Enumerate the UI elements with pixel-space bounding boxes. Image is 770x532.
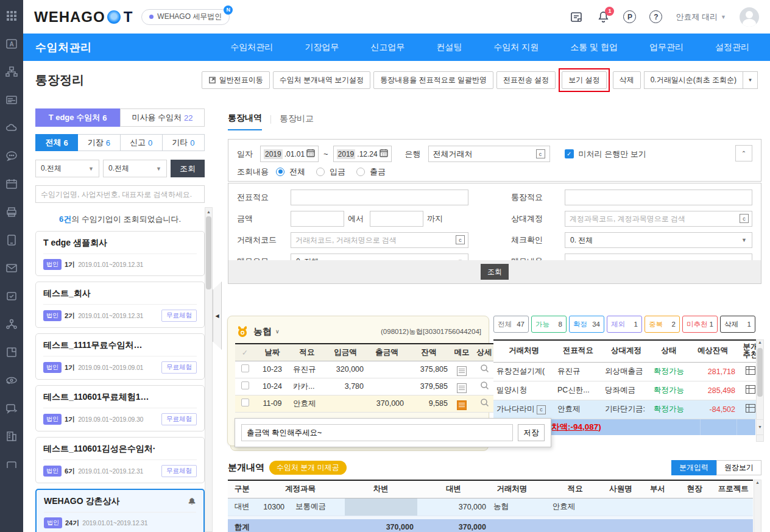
filter-bookkeeping[interactable]: 기장6 — [78, 134, 120, 151]
status-badge-duplicate[interactable]: 중복2 — [645, 316, 680, 333]
card-reader-icon[interactable] — [5, 94, 18, 106]
move-to-slip-button[interactable]: 일반전표이동 — [202, 71, 270, 89]
org-chart-icon[interactable] — [5, 66, 18, 78]
check-confirm-select[interactable]: 0. 전체▼ — [565, 232, 752, 248]
company-card[interactable]: 테스트_1111무료수임처… 법인1기2019.09.01~2019.09.01… — [35, 333, 205, 380]
calendar-icon[interactable] — [5, 178, 18, 190]
memo-save-button[interactable]: 저장 — [518, 424, 545, 441]
row-checkbox[interactable] — [241, 364, 249, 372]
vendor-code-input[interactable] — [291, 232, 468, 248]
journal-suggest-icon[interactable] — [746, 366, 755, 375]
company-card-selected[interactable]: WEHAGO 강촌상사🔔︎ 법인24기2019.01.01~2019.12.31 — [35, 489, 205, 532]
date-from-input[interactable]: 2019.01.01 — [260, 146, 319, 162]
scroll-down-icon[interactable]: ▼ — [756, 419, 764, 435]
code-search-icon[interactable]: c — [537, 405, 546, 414]
book-summary-input[interactable] — [565, 190, 752, 205]
tab-bank-details[interactable]: 통장내역 — [228, 113, 262, 130]
status-badge-confirmed[interactable]: 확정34 — [569, 316, 604, 333]
counter-account-input[interactable] — [565, 211, 752, 227]
detail-search-icon[interactable] — [480, 400, 489, 409]
nav-item-bookkeeping[interactable]: 기장업무 — [305, 42, 339, 53]
status-badge-deleted[interactable]: 삭제1 — [720, 316, 755, 333]
status-badge-possible[interactable]: 가능8 — [531, 316, 567, 333]
bank-row[interactable]: 10-24 카카... 3,780 379,585 — [235, 378, 504, 395]
client-lookup-button[interactable]: 조회 — [171, 160, 205, 177]
delete-button[interactable]: 삭제 — [613, 71, 641, 89]
row-checkbox[interactable] — [241, 399, 249, 406]
company-card[interactable]: T edge 샘플회사 법인1기2019.01.01~2019.12.31 — [35, 231, 205, 276]
chat-share-icon[interactable] — [5, 402, 18, 414]
org-badge[interactable]: WEHAGO 세무법인 N — [141, 9, 230, 25]
note-icon[interactable] — [570, 10, 583, 24]
status-badge-all[interactable]: 전체47 — [493, 316, 529, 333]
amount-to-input[interactable] — [370, 211, 423, 227]
tab-tedge-clients[interactable]: T edge 수임처6 — [35, 108, 120, 127]
sidebar-collapse-handle[interactable]: ◀ — [213, 282, 222, 350]
nav-item-client-support[interactable]: 수임처 지원 — [493, 42, 539, 53]
nav-item-work-mgmt[interactable]: 업무관리 — [649, 42, 683, 53]
user-menu[interactable]: 안효제 대리▼ — [676, 12, 726, 23]
nav-item-client-mgmt[interactable]: 수임처관리 — [230, 42, 273, 53]
tab-bank-compare[interactable]: 통장비교 — [280, 113, 314, 130]
tablet-icon[interactable] — [5, 234, 18, 246]
client-filter-select-1[interactable]: 0.전체▼ — [35, 160, 99, 177]
code-search-icon[interactable]: c — [536, 149, 545, 158]
filter-etc[interactable]: 기타0 — [163, 134, 205, 151]
ledger-view-button[interactable]: 원장보기 — [716, 460, 761, 475]
memo-icon[interactable] — [457, 366, 467, 376]
free-trial-button[interactable]: 무료체험 — [161, 413, 197, 425]
journal-table-scrollbar[interactable]: ▲▼ — [754, 480, 761, 532]
help-icon[interactable]: ? — [649, 10, 662, 23]
status-badge-unrecommended[interactable]: 미추천1 — [682, 316, 718, 333]
share-nodes-icon[interactable] — [5, 318, 18, 330]
company-card[interactable]: 테스트_회사 법인2기2019.01.01~2019.12.31무료체험 — [35, 282, 205, 328]
calendar-icon[interactable] — [306, 149, 315, 159]
bell-icon[interactable]: 🔔︎ — [188, 497, 196, 506]
memo-icon-active[interactable] — [457, 400, 467, 410]
journal-row[interactable]: 대변 10300 보통예금 370,000 농협 안효제 — [228, 498, 753, 516]
calendar-icon[interactable] — [380, 149, 388, 159]
filter-collapse-button[interactable]: ⌃ — [735, 145, 752, 161]
mail-icon[interactable] — [5, 262, 18, 274]
bank-select-input[interactable]: 전체거래처 c — [428, 146, 550, 162]
company-card[interactable]: 테스트_110601무료체험1… 법인1기2019.09.01~2019.09.… — [35, 385, 205, 431]
vendor-row-selected[interactable]: 가나다라미 c 안효제 기타단기금: 확정가능 -84,502 — [493, 400, 763, 419]
memo-input[interactable] — [241, 424, 513, 441]
client-list-scrollbar[interactable]: ▲ — [205, 207, 213, 532]
chat-icon[interactable] — [5, 150, 18, 162]
scroll-thumb[interactable] — [206, 216, 211, 289]
bank-name-dropdown[interactable]: 농협∨ — [253, 326, 280, 338]
free-trial-button[interactable]: 무료체험 — [161, 310, 197, 322]
status-badge-excluded[interactable]: 제외1 — [607, 316, 642, 333]
free-trial-button[interactable]: 무료체험 — [161, 465, 197, 477]
bank-row[interactable]: 10-23 유진규 320,000 375,805 — [235, 361, 504, 378]
printer-icon[interactable] — [5, 206, 18, 218]
radio-deposit[interactable] — [316, 168, 325, 176]
free-trial-button[interactable]: 무료체험 — [161, 361, 197, 374]
scroll-up-icon[interactable]: ▲ — [205, 208, 212, 216]
bank-row-selected[interactable]: 11-09 안효제 370,000 9,585 — [235, 395, 504, 412]
journal-entry-button[interactable]: 분개입력 — [671, 460, 716, 475]
date-to-input[interactable]: 2019.12.24 — [333, 146, 392, 162]
apply-to-slip-summary-button[interactable]: 통장내용을 전표적요로 일괄반영 — [373, 71, 493, 89]
wehago-logo[interactable]: WEHAGOT — [34, 9, 133, 26]
cloud-icon[interactable] — [5, 122, 18, 134]
filter-all[interactable]: 전체6 — [35, 134, 78, 151]
amount-from-input[interactable] — [291, 211, 344, 227]
sort-dropdown[interactable]: 0.거래일시순(최초 조회순) ▼ — [644, 71, 758, 89]
slip-send-setting-button[interactable]: 전표전송 설정 — [496, 71, 556, 89]
vendor-row[interactable]: 유창건설기계( 유진규 외상매출금 확정가능 281,718 — [493, 362, 763, 381]
journal-suggest-icon[interactable] — [746, 404, 755, 413]
journal-view-setting-button[interactable]: 수임처 분개내역 보기설정 — [273, 71, 371, 89]
filter-report[interactable]: 신고0 — [121, 134, 163, 151]
nav-item-report[interactable]: 신고업무 — [370, 42, 404, 53]
workbook-icon[interactable] — [5, 346, 18, 358]
company-news-icon[interactable] — [5, 430, 18, 442]
client-search-input[interactable] — [35, 185, 205, 203]
translate-icon[interactable]: A — [5, 38, 18, 50]
notification-bell-icon[interactable]: 1 — [596, 10, 610, 24]
radio-withdraw[interactable] — [356, 168, 365, 176]
nav-item-settings[interactable]: 설정관리 — [715, 42, 749, 53]
clipped-icon[interactable] — [5, 458, 18, 470]
filter-search-button[interactable]: 조회 — [481, 264, 509, 280]
